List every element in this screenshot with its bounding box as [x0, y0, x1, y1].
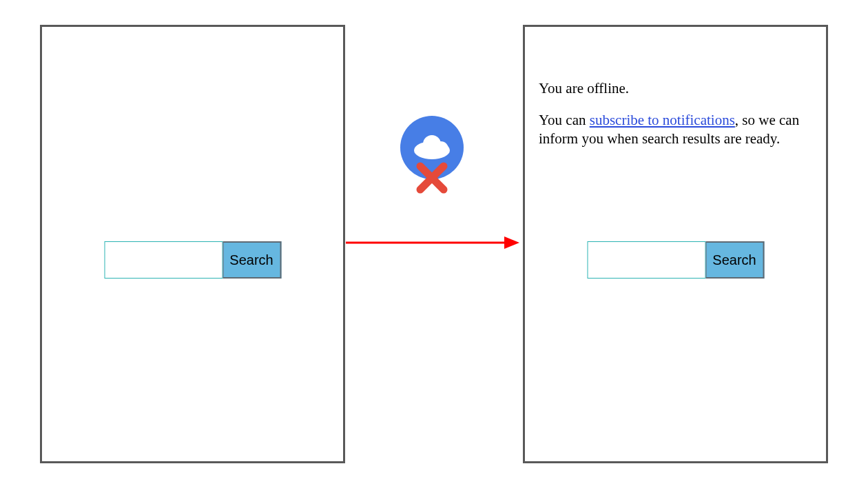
offline-line2-pre: You can [539, 112, 590, 128]
left-state-frame: Search [40, 25, 345, 463]
search-button[interactable]: Search [223, 241, 281, 279]
offline-line1: You are offline. [539, 79, 812, 97]
svg-marker-8 [504, 236, 519, 249]
search-group: Search [587, 241, 764, 279]
search-button[interactable]: Search [705, 241, 764, 279]
svg-point-4 [433, 141, 448, 156]
search-input[interactable] [587, 241, 705, 279]
offline-line2: You can subscribe to notifications, so w… [539, 111, 812, 148]
offline-message: You are offline. You can subscribe to no… [539, 79, 812, 161]
subscribe-notifications-link[interactable]: subscribe to notifications [590, 112, 735, 128]
search-group: Search [104, 241, 281, 279]
transition-arrow-icon [346, 234, 519, 251]
search-input[interactable] [104, 241, 223, 279]
right-state-frame: You are offline. You can subscribe to no… [523, 25, 828, 463]
cloud-offline-icon [400, 116, 464, 179]
